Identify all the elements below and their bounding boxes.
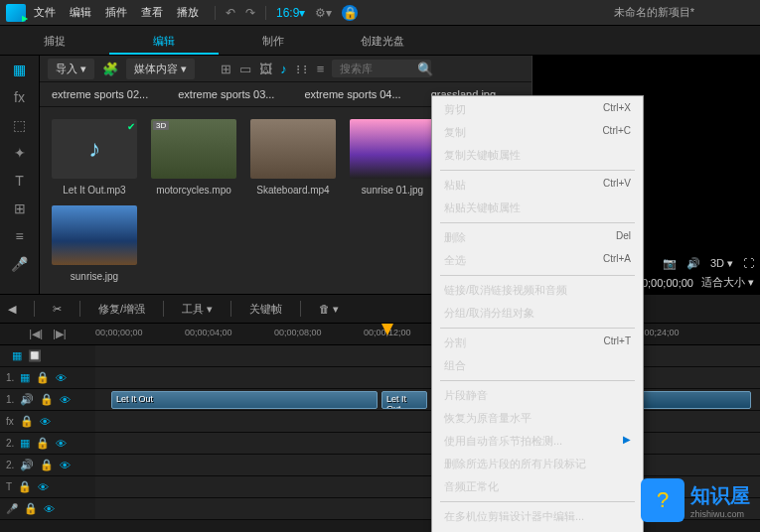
crumb-item[interactable]: extreme sports 04...	[304, 88, 400, 100]
track-icon[interactable]: 🔒	[24, 502, 38, 515]
menu-item[interactable]: 分组/取消分组对象	[432, 302, 643, 325]
menu-item[interactable]: 在主题设计器中编辑...	[432, 528, 643, 532]
track-icon[interactable]: 👁	[60, 394, 71, 406]
media-thumb[interactable]: Skateboard.mp4	[250, 119, 336, 196]
library-dropdown[interactable]: 媒体内容 ▾	[126, 59, 195, 79]
filter-all-icon[interactable]: ⊞	[221, 62, 231, 76]
track-body[interactable]	[95, 411, 760, 432]
track-icon[interactable]: 🔒	[36, 371, 50, 384]
menu-plugin[interactable]: 插件	[105, 5, 127, 20]
track-body[interactable]: Let It OutLet It Out	[95, 389, 760, 410]
menu-item[interactable]: 在多机位剪辑设计器中编辑...	[432, 505, 643, 528]
particle-room-icon[interactable]: ✦	[14, 145, 26, 161]
track-icon[interactable]: ▦	[20, 371, 30, 384]
media-thumb[interactable]: ♪✔ Let It Out.mp3	[52, 119, 137, 196]
track-icon[interactable]: 🔊	[20, 459, 34, 471]
timeline-clip[interactable]: Let It Out	[111, 391, 378, 409]
menu-item[interactable]: 链接/取消链接视频和音频	[432, 279, 643, 302]
menu-item[interactable]: 使用自动音乐节拍检测...▶	[432, 430, 643, 453]
track-body[interactable]	[95, 433, 760, 454]
media-thumb[interactable]: 3D motorcycles.mpo	[151, 119, 236, 196]
cloud-icon[interactable]: 🔒	[342, 5, 358, 21]
track-icon[interactable]: 👁	[60, 460, 71, 471]
tools-dropdown[interactable]: 工具 ▾	[182, 302, 213, 317]
settings-icon[interactable]: ⚙▾	[315, 6, 332, 20]
search-input[interactable]	[332, 60, 431, 77]
media-room-icon[interactable]: ▦	[13, 62, 26, 77]
timeline-ruler[interactable]: |◀| |▶| 00;00;00;00 00;00;04;00 00;00;08…	[0, 324, 760, 345]
volume-icon[interactable]: 🔊	[686, 257, 700, 270]
track-icon[interactable]: 🔒	[18, 480, 32, 493]
media-thumb[interactable]: sunrise 01.jpg	[350, 119, 435, 196]
crumb-item[interactable]: extreme sports 02...	[52, 88, 148, 100]
menu-item[interactable]: 分割Ctrl+T	[432, 332, 643, 354]
timeline-track[interactable]: ▦🔲	[0, 345, 760, 367]
track-icon[interactable]: 👁	[56, 372, 67, 384]
sort-icon[interactable]: ≡	[317, 62, 325, 76]
fit-dropdown[interactable]: 适合大小 ▾	[701, 275, 754, 290]
trash-icon[interactable]: 🗑 ▾	[319, 303, 339, 316]
track-icon[interactable]: 👁	[44, 503, 55, 515]
menu-file[interactable]: 文件	[34, 5, 56, 20]
menu-play[interactable]: 播放	[177, 5, 199, 20]
view-grid-icon[interactable]: ⫶⫶	[295, 62, 309, 76]
timeline-track[interactable]: 2.▦🔒👁	[0, 433, 760, 455]
fix-enhance-button[interactable]: 修复/增强	[98, 302, 145, 317]
crumb-item[interactable]: extreme sports 03...	[178, 88, 274, 100]
track-icon[interactable]: 🔊	[20, 393, 34, 406]
timeline-clip[interactable]	[632, 391, 751, 409]
track-body[interactable]	[95, 367, 760, 388]
menu-item[interactable]: 复制关键帧属性	[432, 144, 643, 167]
menu-item[interactable]: 恢复为原音量水平	[432, 407, 643, 430]
redo-icon[interactable]: ↷	[245, 6, 255, 20]
aspect-icon[interactable]: 16:9▾	[276, 6, 305, 20]
keyframe-button[interactable]: 关键帧	[249, 302, 282, 317]
menu-item[interactable]: 片段静音	[432, 384, 643, 407]
pip-room-icon[interactable]: ⬚	[13, 117, 26, 133]
menu-view[interactable]: 查看	[141, 5, 163, 20]
import-button[interactable]: 导入 ▾	[48, 59, 94, 79]
timeline-track[interactable]: fx🔒👁	[0, 411, 760, 433]
menu-item[interactable]: 删除所选片段的所有片段标记	[432, 453, 643, 475]
track-icon[interactable]: ▦	[12, 349, 22, 362]
menu-item[interactable]: 组合	[432, 354, 643, 377]
menu-item[interactable]: 粘贴关键帧属性	[432, 197, 643, 219]
track-icon[interactable]: ▦	[20, 437, 30, 450]
marker-next-icon[interactable]: |▶|	[53, 328, 67, 340]
timeline-clip[interactable]: Let It Out	[381, 391, 427, 409]
timeline-track[interactable]: 1.▦🔒👁	[0, 367, 760, 389]
filter-video-icon[interactable]: ▭	[239, 62, 251, 76]
tab-disc[interactable]: 创建光盘	[328, 26, 437, 55]
marker-prev-icon[interactable]: |◀|	[29, 328, 43, 340]
track-icon[interactable]: 👁	[40, 416, 51, 428]
filter-image-icon[interactable]: 🖼	[259, 62, 272, 76]
tab-produce[interactable]: 制作	[219, 26, 328, 55]
tab-capture[interactable]: 捕捉	[0, 26, 109, 55]
track-icon[interactable]: 🔒	[36, 437, 50, 450]
3d-icon[interactable]: 3D ▾	[710, 257, 733, 270]
undo-icon[interactable]: ↶	[226, 6, 235, 20]
menu-item[interactable]: 复制Ctrl+C	[432, 121, 643, 144]
track-body[interactable]	[95, 455, 760, 475]
fx-room-icon[interactable]: fx	[14, 89, 25, 105]
cut-icon[interactable]: ✂	[53, 303, 62, 316]
menu-edit[interactable]: 编辑	[70, 5, 91, 20]
menu-item[interactable]: 全选Ctrl+A	[432, 249, 643, 272]
track-icon[interactable]: 🔒	[40, 393, 54, 406]
voiceover-room-icon[interactable]: 🎤	[11, 256, 28, 272]
title-room-icon[interactable]: T	[15, 173, 24, 189]
menu-item[interactable]: 剪切Ctrl+X	[432, 98, 643, 121]
track-icon[interactable]: 👁	[56, 438, 67, 450]
filter-audio-icon[interactable]: ♪	[280, 62, 287, 76]
expand-icon[interactable]: ⛶	[743, 257, 754, 270]
timeline-track[interactable]: 1.🔊🔒👁Let It OutLet It Out	[0, 389, 760, 411]
search-icon[interactable]: 🔍	[417, 62, 433, 76]
track-body[interactable]	[95, 345, 760, 366]
track-icon[interactable]: 🔒	[20, 415, 34, 428]
track-icon[interactable]: 👁	[38, 481, 49, 493]
back-icon[interactable]: ◀	[8, 303, 16, 316]
track-icon[interactable]: 🔲	[28, 349, 42, 362]
timeline-track[interactable]: 2.🔊🔒👁	[0, 455, 760, 476]
track-icon[interactable]: 🔒	[40, 459, 54, 471]
audio-room-icon[interactable]: ≡	[15, 228, 23, 244]
